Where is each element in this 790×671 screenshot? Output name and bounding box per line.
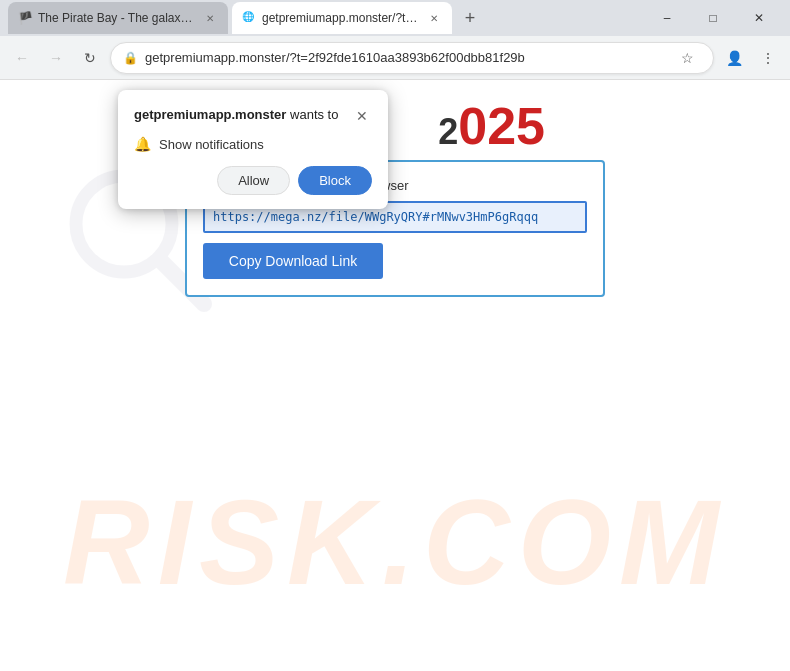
block-button[interactable]: Block	[298, 166, 372, 195]
bookmark-button[interactable]: ☆	[673, 44, 701, 72]
maximize-button[interactable]: □	[690, 2, 736, 34]
popup-wants-text: wants to	[290, 107, 338, 122]
address-text: getpremiumapp.monster/?t=2f92fde1610aa38…	[145, 50, 665, 65]
popup-title: getpremiumapp.monster wants to	[134, 106, 338, 124]
window-controls: – □ ✕	[644, 2, 782, 34]
popup-notification-label: Show notifications	[159, 137, 264, 152]
address-bar-input-wrap[interactable]: 🔒 getpremiumapp.monster/?t=2f92fde1610aa…	[110, 42, 714, 74]
tab-piratebay-close[interactable]: ✕	[202, 10, 218, 26]
close-window-button[interactable]: ✕	[736, 2, 782, 34]
tab-strip: 🏴 The Pirate Bay - The galaxy's m... ✕ 🌐…	[8, 2, 484, 34]
forward-button[interactable]: →	[42, 44, 70, 72]
tab-piratebay[interactable]: 🏴 The Pirate Bay - The galaxy's m... ✕	[8, 2, 228, 34]
tab-piratebay-favicon: 🏴	[18, 11, 32, 25]
year-prefix: 2	[438, 111, 458, 152]
address-bar: ← → ↻ 🔒 getpremiumapp.monster/?t=2f92fde…	[0, 36, 790, 80]
risk-watermark: RISK.COM	[63, 473, 727, 611]
bell-icon: 🔔	[134, 136, 151, 152]
popup-header: getpremiumapp.monster wants to ✕	[134, 106, 372, 126]
tab-getpremiumapp-close[interactable]: ✕	[426, 10, 442, 26]
reload-button[interactable]: ↻	[76, 44, 104, 72]
tab-getpremiumapp-title: getpremiumapp.monster/?t=2f...	[262, 11, 420, 25]
profile-button[interactable]: 👤	[720, 44, 748, 72]
tab-getpremiumapp[interactable]: 🌐 getpremiumapp.monster/?t=2f... ✕	[232, 2, 452, 34]
popup-buttons: Allow Block	[134, 166, 372, 195]
notification-popup: getpremiumapp.monster wants to ✕ 🔔 Show …	[118, 90, 388, 209]
popup-notification-row: 🔔 Show notifications	[134, 136, 372, 152]
title-bar: 🏴 The Pirate Bay - The galaxy's m... ✕ 🌐…	[0, 0, 790, 36]
minimize-button[interactable]: –	[644, 2, 690, 34]
address-bar-icons: ☆	[673, 44, 701, 72]
new-tab-button[interactable]: +	[456, 4, 484, 32]
popup-close-button[interactable]: ✕	[352, 106, 372, 126]
allow-button[interactable]: Allow	[217, 166, 290, 195]
popup-site-name: getpremiumapp.monster	[134, 107, 286, 122]
tab-getpremiumapp-favicon: 🌐	[242, 11, 256, 25]
page-content: RISK.COM getpremiumapp.monster wants to …	[0, 80, 790, 671]
back-button[interactable]: ←	[8, 44, 36, 72]
copy-download-button[interactable]: Copy Download Link	[203, 243, 383, 279]
tab-piratebay-title: The Pirate Bay - The galaxy's m...	[38, 11, 196, 25]
menu-button[interactable]: ⋮	[754, 44, 782, 72]
chrome-window: 🏴 The Pirate Bay - The galaxy's m... ✕ 🌐…	[0, 0, 790, 671]
lock-icon: 🔒	[123, 51, 137, 65]
